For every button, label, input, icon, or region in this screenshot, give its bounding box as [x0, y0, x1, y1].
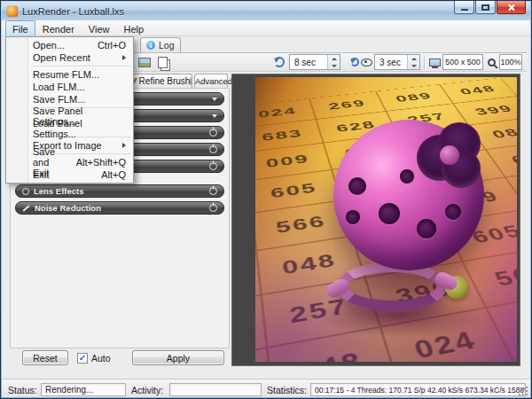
menu-item-resume-flm[interactable]: Resume FLM...: [6, 68, 133, 81]
resolution-field[interactable]: 500 x 500: [442, 54, 483, 70]
menu-item-shortcut: Alt+Q: [90, 169, 126, 180]
zoom-button[interactable]: [484, 54, 498, 70]
auto-checkbox[interactable]: [77, 353, 88, 364]
power-toggle-icon[interactable]: [209, 162, 217, 170]
write-interval-spinner[interactable]: 3 sec: [374, 54, 420, 70]
menu-item-label: Save FLM...: [33, 94, 85, 105]
menu-item-label: Exit: [33, 169, 49, 180]
menu-render[interactable]: Render: [35, 20, 82, 35]
menu-item-save-and-exit[interactable]: Save and Exit Alt+Shift+Q: [6, 156, 133, 168]
menu-item-label: Load Panel Settings...: [33, 118, 126, 139]
activity-label: Activity:: [131, 385, 163, 395]
spinner-buttons[interactable]: [407, 55, 419, 69]
tab-log-label: Log: [159, 40, 175, 51]
statistics-label: Statistics:: [267, 385, 307, 395]
close-icon: [507, 4, 515, 12]
sphere-hole: [379, 203, 400, 224]
copy-tool-button[interactable]: [154, 54, 170, 70]
tab-log[interactable]: Log: [140, 37, 181, 52]
sphere-hole: [400, 169, 414, 184]
menu-item-shortcut: Ctrl+O: [87, 40, 126, 51]
section-bar-lens-effects[interactable]: Lens Effects: [15, 184, 224, 198]
spin-down-button[interactable]: [328, 62, 340, 69]
write-interval-button[interactable]: [349, 54, 372, 70]
refresh-icon: [350, 58, 359, 66]
refresh-icon: [274, 57, 285, 67]
resize-grip[interactable]: [519, 386, 528, 395]
inner-knob: [440, 145, 459, 165]
menu-item-load-flm[interactable]: Load FLM...: [6, 81, 133, 93]
sphere-hole: [346, 210, 360, 224]
power-toggle-icon[interactable]: [209, 145, 217, 153]
toolbar-separator: [424, 55, 425, 69]
status-label: Status:: [8, 385, 37, 395]
statistics-value-field: 00:17:15 - 4 Threads: 170.71 S/p 42.40 k…: [310, 383, 526, 396]
tab-advanced[interactable]: Advanced: [194, 74, 228, 88]
menu-help[interactable]: Help: [116, 20, 151, 35]
auto-checkbox-label[interactable]: Auto: [91, 353, 111, 364]
menu-item-save-flm[interactable]: Save FLM...: [6, 93, 133, 106]
activity-value-field: [169, 383, 262, 396]
info-icon: [146, 41, 155, 50]
status-value-field: Rendering...: [41, 383, 126, 396]
app-icon: [7, 6, 18, 17]
sphere-hole: [417, 219, 436, 239]
sphere-hole: [348, 177, 366, 195]
menu-item-exit[interactable]: Exit Alt+Q: [6, 168, 133, 181]
section-bar-noise-reduction[interactable]: Noise Reduction: [15, 201, 224, 215]
arrow-down-icon: [411, 65, 417, 67]
spin-up-button[interactable]: [328, 55, 340, 62]
submenu-arrow-icon: [122, 143, 126, 148]
power-toggle-icon[interactable]: [209, 129, 217, 137]
image-icon: [138, 58, 151, 67]
submenu-arrow-icon: [122, 55, 126, 60]
maximize-button[interactable]: [475, 1, 496, 14]
tab-advanced-label: Advanced: [195, 76, 232, 86]
chevron-down-icon[interactable]: [212, 98, 217, 101]
zoom-field[interactable]: 100%: [499, 54, 522, 70]
menu-item-open[interactable]: Open... Ctrl+O: [6, 39, 133, 51]
window-controls: [453, 1, 526, 14]
menu-item-shortcut: Alt+Shift+Q: [66, 157, 126, 168]
app-window: LuxRender - Luxball.lxs File Render View…: [0, 0, 532, 399]
tab-refine-brush-label: Refine Brush: [139, 76, 191, 86]
close-button[interactable]: [497, 1, 526, 14]
arrow-up-icon: [411, 58, 417, 60]
reset-button[interactable]: Reset: [22, 350, 68, 365]
sphere-hole: [445, 204, 461, 220]
power-toggle-icon[interactable]: [209, 204, 217, 212]
menu-item-export-to-image[interactable]: Export to Image: [6, 139, 133, 152]
menu-item-label: Open...: [33, 40, 65, 51]
menubar: File Render View Help: [2, 20, 530, 36]
minimize-icon: [461, 9, 468, 11]
display-interval-spinner[interactable]: 8 sec: [289, 54, 340, 70]
gear-icon: [190, 77, 192, 85]
menu-item-open-recent[interactable]: Open Recent: [6, 51, 133, 64]
tab-refine-brush[interactable]: Refine Brush: [130, 74, 192, 88]
menu-item-load-panel-settings[interactable]: Load Panel Settings...: [6, 122, 133, 135]
display-interval-button[interactable]: [271, 54, 287, 70]
section-label: Lens Effects: [34, 186, 84, 196]
menu-item-label: Load FLM...: [33, 82, 85, 92]
monitor-icon: [429, 59, 441, 66]
maximize-icon: [481, 4, 489, 11]
spin-up-button[interactable]: [408, 55, 419, 62]
spin-down-button[interactable]: [408, 62, 419, 69]
minimize-button[interactable]: [454, 1, 474, 14]
spinner-buttons[interactable]: [327, 55, 340, 69]
arrow-up-icon: [332, 58, 337, 60]
menu-item-label: Resume FLM...: [33, 69, 99, 80]
menu-file[interactable]: File: [5, 20, 35, 35]
titlebar[interactable]: LuxRender - Luxball.lxs: [2, 2, 530, 20]
apply-button[interactable]: Apply: [132, 350, 224, 365]
lens-icon: [22, 188, 29, 195]
image-tool-button[interactable]: [137, 54, 153, 70]
menu-view[interactable]: View: [82, 20, 117, 35]
menu-item-label: Open Recent: [33, 52, 90, 63]
copy-icon: [158, 57, 168, 68]
file-menu: Open... Ctrl+O Open Recent Resume FLM...…: [5, 36, 134, 184]
resolution-button[interactable]: [426, 54, 442, 70]
chevron-down-icon[interactable]: [212, 114, 217, 118]
power-toggle-icon[interactable]: [209, 187, 217, 195]
write-interval-value: 3 sec: [379, 58, 401, 67]
